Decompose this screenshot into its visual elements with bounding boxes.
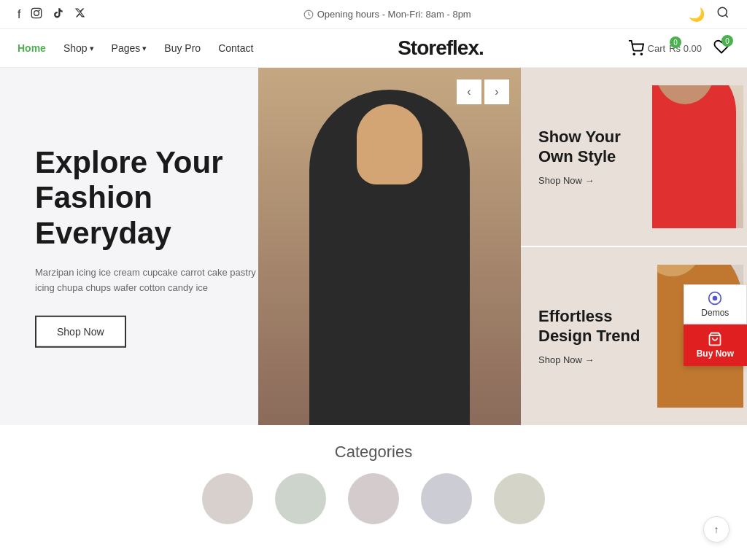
category-circle-2 xyxy=(275,473,326,524)
category-circle-4 xyxy=(421,473,472,524)
tiktok-icon[interactable] xyxy=(53,7,64,22)
svg-point-2 xyxy=(39,9,40,11)
top-bar: f Opening hours - Mon-Fri: 8am - 8pm 🌙 xyxy=(0,0,747,29)
instagram-icon[interactable] xyxy=(31,7,42,22)
svg-point-5 xyxy=(633,53,635,55)
hero-main-banner: Explore Your Fashion Everyday Marzipan i… xyxy=(0,68,521,425)
shop-chevron-icon: ▾ xyxy=(90,44,94,53)
categories-row xyxy=(18,473,729,524)
category-circle-1 xyxy=(202,473,253,524)
hero-description: Marzipan icing ice cream cupcake carrot … xyxy=(35,265,261,296)
side-banner-2-title: Effortless Design Trend xyxy=(538,307,657,346)
slider-arrows: ‹ › xyxy=(457,79,509,104)
category-circle-5 xyxy=(494,473,545,524)
side-banner-2-shop-link[interactable]: Shop Now → xyxy=(538,354,657,365)
categories-section: Categories xyxy=(0,425,747,532)
categories-title: Categories xyxy=(18,443,729,462)
nav-item-pages[interactable]: Pages ▾ xyxy=(112,42,147,54)
buy-now-icon xyxy=(708,332,722,346)
side-banner-2-text: Effortless Design Trend Shop Now → xyxy=(538,307,657,365)
category-circle-3 xyxy=(348,473,399,524)
cart-icon xyxy=(628,40,644,56)
hero-section: Explore Your Fashion Everyday Marzipan i… xyxy=(0,68,747,425)
scroll-to-top-button[interactable]: ↑ xyxy=(703,516,729,542)
site-logo[interactable]: Storeflex. xyxy=(398,36,484,60)
category-item-4[interactable] xyxy=(421,473,472,524)
buy-now-button[interactable]: Buy Now xyxy=(684,324,747,366)
facebook-icon[interactable]: f xyxy=(18,8,20,21)
cart-label: Cart xyxy=(648,43,666,54)
svg-rect-0 xyxy=(32,8,42,18)
side-banner-1-image xyxy=(652,85,743,228)
social-icons: f xyxy=(18,7,85,22)
hero-title: Explore Your Fashion Everyday xyxy=(35,145,261,251)
search-icon[interactable] xyxy=(716,6,729,23)
prev-slide-button[interactable]: ‹ xyxy=(457,79,481,104)
pages-chevron-icon: ▾ xyxy=(142,44,147,53)
nav-right: 0 Cart Rs 0.00 0 xyxy=(628,39,729,58)
wishlist-button[interactable]: 0 xyxy=(713,39,729,58)
category-item-5[interactable] xyxy=(494,473,545,524)
opening-hours: Opening hours - Mon-Fri: 8am - 8pm xyxy=(303,9,471,20)
category-item-1[interactable] xyxy=(202,473,253,524)
nav-item-shop[interactable]: Shop ▾ xyxy=(63,42,94,54)
side-banner-1-text: Show Your Own Style Shop Now → xyxy=(538,128,652,186)
hero-text: Explore Your Fashion Everyday Marzipan i… xyxy=(35,145,261,348)
navbar: Home Shop ▾ Pages ▾ Buy Pro Contact Stor… xyxy=(0,29,747,68)
hero-side-banners: Show Your Own Style Shop Now → Effortles… xyxy=(521,68,747,425)
x-twitter-icon[interactable] xyxy=(74,7,85,21)
hero-figure xyxy=(258,68,521,425)
nav-item-buypro[interactable]: Buy Pro xyxy=(164,42,201,54)
nav-left: Home Shop ▾ Pages ▾ Buy Pro Contact xyxy=(18,42,253,54)
category-item-2[interactable] xyxy=(275,473,326,524)
demos-button[interactable]: Demos xyxy=(684,284,747,324)
wishlist-badge: 0 xyxy=(721,35,733,47)
nav-item-contact[interactable]: Contact xyxy=(218,42,253,54)
cart-badge: 0 xyxy=(670,36,681,48)
svg-point-6 xyxy=(640,53,642,55)
svg-point-8 xyxy=(713,297,717,300)
cart-button[interactable]: 0 Cart Rs 0.00 xyxy=(628,40,702,56)
side-banner-1: Show Your Own Style Shop Now → xyxy=(521,68,747,247)
nav-item-home[interactable]: Home xyxy=(18,42,46,54)
shop-now-button[interactable]: Shop Now xyxy=(35,316,126,348)
dark-mode-icon[interactable]: 🌙 xyxy=(689,7,705,23)
side-banner-1-shop-link[interactable]: Shop Now → xyxy=(538,175,652,186)
demos-icon xyxy=(708,291,722,306)
hero-image xyxy=(258,68,521,425)
side-banner-1-title: Show Your Own Style xyxy=(538,128,652,166)
category-item-3[interactable] xyxy=(348,473,399,524)
svg-point-4 xyxy=(718,7,727,16)
svg-point-1 xyxy=(34,10,39,15)
top-right-icons: 🌙 xyxy=(689,6,729,23)
next-slide-button[interactable]: › xyxy=(484,79,509,104)
floating-buttons: Demos Buy Now xyxy=(684,284,747,366)
